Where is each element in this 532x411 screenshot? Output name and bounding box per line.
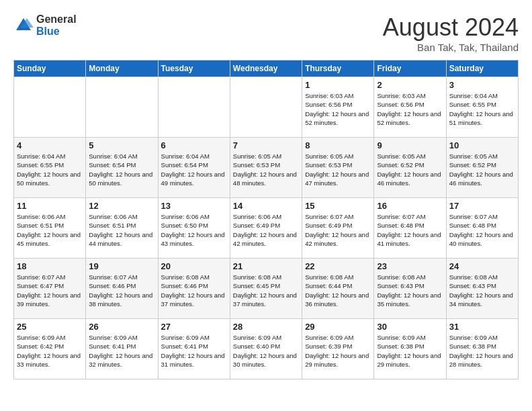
day-info: Sunrise: 6:09 AMSunset: 6:41 PMDaylight:… <box>161 333 227 369</box>
page-header: General Blue August 2024 Ban Tak, Tak, T… <box>13 13 519 53</box>
day-number: 17 <box>449 201 515 211</box>
logo-icon <box>13 15 34 36</box>
calendar-cell: 14Sunrise: 6:06 AMSunset: 6:49 PMDayligh… <box>230 198 302 259</box>
calendar-cell: 11Sunrise: 6:06 AMSunset: 6:51 PMDayligh… <box>14 198 86 259</box>
day-info: Sunrise: 6:08 AMSunset: 6:43 PMDaylight:… <box>377 273 443 308</box>
day-info: Sunrise: 6:08 AMSunset: 6:43 PMDaylight:… <box>449 273 515 308</box>
day-info: Sunrise: 6:06 AMSunset: 6:51 PMDaylight:… <box>17 212 83 248</box>
day-number: 25 <box>17 322 83 332</box>
day-number: 2 <box>377 80 443 90</box>
day-number: 14 <box>233 201 299 211</box>
day-number: 20 <box>161 261 227 271</box>
calendar-cell: 23Sunrise: 6:08 AMSunset: 6:43 PMDayligh… <box>374 259 446 319</box>
calendar-cell: 1Sunrise: 6:03 AMSunset: 6:56 PMDaylight… <box>302 77 374 138</box>
logo-general: General <box>36 13 77 26</box>
day-number: 26 <box>89 322 154 332</box>
day-info: Sunrise: 6:03 AMSunset: 6:56 PMDaylight:… <box>305 91 371 127</box>
col-wednesday: Wednesday <box>230 60 302 77</box>
calendar-cell: 29Sunrise: 6:09 AMSunset: 6:39 PMDayligh… <box>302 319 374 379</box>
day-info: Sunrise: 6:08 AMSunset: 6:45 PMDaylight:… <box>233 273 299 308</box>
day-number: 31 <box>449 322 515 332</box>
logo-text: General Blue <box>36 13 77 37</box>
calendar-week-5: 25Sunrise: 6:09 AMSunset: 6:42 PMDayligh… <box>14 319 519 379</box>
calendar-week-4: 18Sunrise: 6:07 AMSunset: 6:47 PMDayligh… <box>14 259 519 319</box>
day-info: Sunrise: 6:08 AMSunset: 6:46 PMDaylight:… <box>161 273 227 308</box>
calendar-cell: 28Sunrise: 6:09 AMSunset: 6:40 PMDayligh… <box>230 319 302 379</box>
day-number: 8 <box>305 140 371 150</box>
day-info: Sunrise: 6:07 AMSunset: 6:47 PMDaylight:… <box>17 273 83 308</box>
calendar-cell: 16Sunrise: 6:07 AMSunset: 6:48 PMDayligh… <box>374 198 446 259</box>
day-number: 22 <box>305 261 371 271</box>
day-info: Sunrise: 6:08 AMSunset: 6:44 PMDaylight:… <box>305 273 371 308</box>
day-info: Sunrise: 6:07 AMSunset: 6:49 PMDaylight:… <box>305 212 371 248</box>
calendar-cell: 24Sunrise: 6:08 AMSunset: 6:43 PMDayligh… <box>446 259 518 319</box>
calendar-cell: 5Sunrise: 6:04 AMSunset: 6:54 PMDaylight… <box>86 138 158 198</box>
day-number: 7 <box>233 140 299 150</box>
col-saturday: Saturday <box>446 60 518 77</box>
calendar-cell: 6Sunrise: 6:04 AMSunset: 6:54 PMDaylight… <box>158 138 230 198</box>
day-number: 6 <box>161 140 227 150</box>
calendar-week-1: 1Sunrise: 6:03 AMSunset: 6:56 PMDaylight… <box>14 77 519 138</box>
day-info: Sunrise: 6:04 AMSunset: 6:55 PMDaylight:… <box>449 91 515 127</box>
day-number: 27 <box>161 322 227 332</box>
day-info: Sunrise: 6:05 AMSunset: 6:52 PMDaylight:… <box>449 152 515 187</box>
day-info: Sunrise: 6:06 AMSunset: 6:49 PMDaylight:… <box>233 212 299 248</box>
calendar-cell: 20Sunrise: 6:08 AMSunset: 6:46 PMDayligh… <box>158 259 230 319</box>
calendar-cell: 31Sunrise: 6:09 AMSunset: 6:38 PMDayligh… <box>446 319 518 379</box>
day-number: 5 <box>89 140 154 150</box>
calendar-cell <box>158 77 230 138</box>
day-info: Sunrise: 6:09 AMSunset: 6:38 PMDaylight:… <box>449 333 515 369</box>
day-info: Sunrise: 6:04 AMSunset: 6:54 PMDaylight:… <box>89 152 154 187</box>
calendar-cell: 21Sunrise: 6:08 AMSunset: 6:45 PMDayligh… <box>230 259 302 319</box>
day-info: Sunrise: 6:06 AMSunset: 6:51 PMDaylight:… <box>89 212 154 248</box>
calendar-cell <box>230 77 302 138</box>
day-info: Sunrise: 6:04 AMSunset: 6:54 PMDaylight:… <box>161 152 227 187</box>
calendar-table: Sunday Monday Tuesday Wednesday Thursday… <box>13 60 519 379</box>
col-monday: Monday <box>86 60 158 77</box>
day-number: 21 <box>233 261 299 271</box>
col-friday: Friday <box>374 60 446 77</box>
calendar-cell: 10Sunrise: 6:05 AMSunset: 6:52 PMDayligh… <box>446 138 518 198</box>
calendar-cell: 3Sunrise: 6:04 AMSunset: 6:55 PMDaylight… <box>446 77 518 138</box>
day-number: 29 <box>305 322 371 332</box>
month-title: August 2024 <box>383 13 519 42</box>
calendar-cell: 15Sunrise: 6:07 AMSunset: 6:49 PMDayligh… <box>302 198 374 259</box>
day-info: Sunrise: 6:05 AMSunset: 6:52 PMDaylight:… <box>377 152 443 187</box>
day-info: Sunrise: 6:04 AMSunset: 6:55 PMDaylight:… <box>17 152 83 187</box>
day-info: Sunrise: 6:07 AMSunset: 6:48 PMDaylight:… <box>449 212 515 248</box>
day-number: 11 <box>17 201 83 211</box>
logo: General Blue <box>13 13 77 37</box>
day-info: Sunrise: 6:09 AMSunset: 6:40 PMDaylight:… <box>233 333 299 369</box>
day-info: Sunrise: 6:09 AMSunset: 6:41 PMDaylight:… <box>89 333 154 369</box>
day-number: 24 <box>449 261 515 271</box>
day-number: 28 <box>233 322 299 332</box>
day-info: Sunrise: 6:09 AMSunset: 6:42 PMDaylight:… <box>17 333 83 369</box>
calendar-cell: 26Sunrise: 6:09 AMSunset: 6:41 PMDayligh… <box>86 319 158 379</box>
calendar-cell: 8Sunrise: 6:05 AMSunset: 6:53 PMDaylight… <box>302 138 374 198</box>
calendar-cell: 30Sunrise: 6:09 AMSunset: 6:38 PMDayligh… <box>374 319 446 379</box>
day-info: Sunrise: 6:09 AMSunset: 6:39 PMDaylight:… <box>305 333 371 369</box>
calendar-cell: 19Sunrise: 6:07 AMSunset: 6:46 PMDayligh… <box>86 259 158 319</box>
day-number: 19 <box>89 261 154 271</box>
calendar-cell: 22Sunrise: 6:08 AMSunset: 6:44 PMDayligh… <box>302 259 374 319</box>
day-info: Sunrise: 6:07 AMSunset: 6:46 PMDaylight:… <box>89 273 154 308</box>
day-number: 1 <box>305 80 371 90</box>
day-number: 12 <box>89 201 154 211</box>
calendar-week-3: 11Sunrise: 6:06 AMSunset: 6:51 PMDayligh… <box>14 198 519 259</box>
day-number: 9 <box>377 140 443 150</box>
calendar-cell: 4Sunrise: 6:04 AMSunset: 6:55 PMDaylight… <box>14 138 86 198</box>
calendar-cell <box>14 77 86 138</box>
calendar-cell: 18Sunrise: 6:07 AMSunset: 6:47 PMDayligh… <box>14 259 86 319</box>
day-info: Sunrise: 6:03 AMSunset: 6:56 PMDaylight:… <box>377 91 443 127</box>
day-number: 15 <box>305 201 371 211</box>
calendar-cell <box>86 77 158 138</box>
day-number: 10 <box>449 140 515 150</box>
calendar-week-2: 4Sunrise: 6:04 AMSunset: 6:55 PMDaylight… <box>14 138 519 198</box>
day-info: Sunrise: 6:09 AMSunset: 6:38 PMDaylight:… <box>377 333 443 369</box>
col-tuesday: Tuesday <box>158 60 230 77</box>
col-thursday: Thursday <box>302 60 374 77</box>
calendar-cell: 12Sunrise: 6:06 AMSunset: 6:51 PMDayligh… <box>86 198 158 259</box>
title-block: August 2024 Ban Tak, Tak, Thailand <box>383 13 519 53</box>
day-number: 30 <box>377 322 443 332</box>
day-number: 3 <box>449 80 515 90</box>
